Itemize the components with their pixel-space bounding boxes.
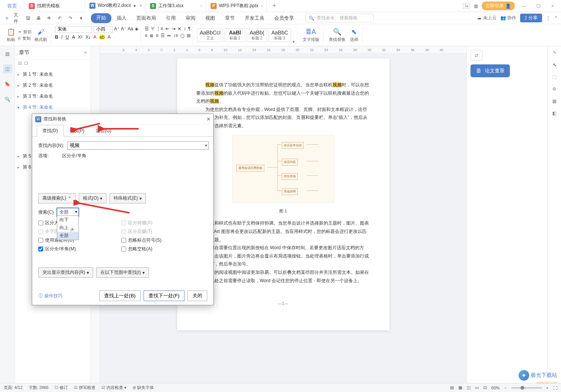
style-h2[interactable]: AaBb(标题 2 [247,28,267,42]
close-icon[interactable]: × [200,3,203,9]
nav-expand-icon[interactable]: ☑ [18,61,22,66]
check-duplicate-button[interactable]: 🗎 论文查重 [470,64,510,77]
command-search[interactable]: 🔍 查找命令、搜索模板 [305,14,373,22]
nav-item-1[interactable]: 第 1 节: 未命名 [15,69,91,80]
search-panel-icon[interactable]: 🔍 [3,95,12,104]
menu-tab-reference[interactable]: 引用 [161,13,180,23]
layout-icon-2[interactable]: ▦ [474,3,478,9]
more-panel-icon[interactable]: ◧ [552,111,556,116]
align-center-icon[interactable]: ≣ [150,33,153,38]
view-print-icon[interactable]: ▤ [450,385,454,390]
zoom-value[interactable]: 80% [491,386,500,390]
paragraph[interactable]: 在新的阅读视图中阅读更加容易。可以折叠文档某些部分并关注所需文本。如果在达到结尾… [196,269,370,285]
underline-button[interactable]: U [66,34,69,40]
nav-item-2[interactable]: 第 2 节: 未命名 [15,80,91,91]
numbering-icon[interactable]: ⅟ [151,26,154,31]
style-normal[interactable]: AaBbCcI正文 [197,28,223,42]
share-button[interactable]: ⤴ 分享 [520,14,542,22]
doc-tab-ppt[interactable]: P WPS PPT教程.pptx × [206,0,267,12]
text-tools-icon[interactable]: ✕ [178,26,181,31]
decrease-indent-icon[interactable]: ⇤ [166,26,169,31]
qat-dropdown-icon[interactable]: ▾ [77,14,85,22]
menu-tab-start[interactable]: 开始 [91,13,111,23]
style-h3[interactable]: AaBbC标题 3 [269,28,291,42]
paste-button[interactable]: 📋粘贴 [5,28,17,42]
edit-icon[interactable]: ✎ [553,50,556,55]
close-icon[interactable]: × [139,3,142,8]
save-icon[interactable]: 🖫 [24,14,32,22]
check-ignore-space[interactable]: 忽略空格(A) [121,246,161,252]
page-indicator[interactable]: 页面: 4/12 [4,385,23,390]
tab-find[interactable]: 查找(D) [37,125,64,137]
copy-button[interactable]: ⎘复制 [18,36,31,41]
justify-icon[interactable]: ☰ [161,33,165,38]
fullscreen-icon[interactable]: ⛶ [553,386,557,390]
template-icon[interactable]: ▦ [552,98,556,104]
clear-format-icon[interactable]: ◈ [135,26,138,33]
revise-toggle[interactable]: ☐ 修订 [55,385,68,390]
highlight-button[interactable]: ab [100,34,105,40]
maximize-button[interactable]: ☐ [533,1,544,11]
find-in-range-button[interactable]: 在以下范围中查找(I) ▾ [96,267,149,278]
select-tool-icon[interactable]: ⬚ [552,74,556,80]
shading-icon[interactable]: ▢ [180,33,184,38]
spell-check-toggle[interactable]: ☑ 拼写检查 [74,385,95,390]
zoom-fit-icon[interactable]: ⊡ [483,385,487,390]
line-spacing-icon[interactable]: ↕≡ [173,33,178,38]
menu-icon[interactable]: ≡ [3,14,11,22]
figure-caption[interactable]: 图 1 [196,208,370,215]
align-left-icon[interactable]: ≡ [145,33,147,38]
cursor-mode-icon[interactable]: ⬉ [553,62,556,67]
dialog-close-icon[interactable]: × [207,116,210,123]
format-painter-button[interactable]: 🖌格式刷 [33,28,48,42]
undo-icon[interactable]: ↶ [56,14,64,22]
redo-icon[interactable]: ↷ [67,14,74,22]
nav-item-3[interactable]: 第 3 节: 未命名 [15,91,91,102]
distribute-icon[interactable]: ⇔ [167,33,171,38]
doc-tab-template[interactable]: D 找稻壳模板 [24,0,85,12]
find-replace-button[interactable]: 🔍查找替换 [327,28,347,42]
styles-more-icon[interactable]: ▾ [292,39,295,44]
subscript-button[interactable]: X₂ [86,34,91,40]
home-tab[interactable]: 首页 [0,0,24,12]
cloud-status[interactable]: ☁ 未上云 [477,15,496,21]
check-fullhalf[interactable]: 区分全/半角(M) [38,246,76,252]
section-icon[interactable]: ◫ [3,64,12,73]
select-button[interactable]: ⬉选择 [348,28,360,42]
menu-tab-member[interactable]: 会员专享 [270,13,298,23]
word-count[interactable]: 字数: 2866 [29,385,49,390]
font-size-select[interactable] [94,26,113,33]
preview-icon[interactable]: 👁 [45,14,53,22]
menu-tab-view[interactable]: 视图 [201,13,220,23]
paragraph[interactable]: 使用在需要位置出现的新按钮在 Word 中保存时间。若要更改图片适应文档的方式，… [196,244,370,269]
change-case-icon[interactable]: Aa [128,26,133,33]
font-color-button[interactable]: A [94,34,97,40]
align-right-icon[interactable]: ≡ [156,33,158,38]
view-outline-icon[interactable]: ◫ [467,385,470,390]
paragraph[interactable]: 主题和样式也有助于文档保持协调。当您单击设计并选择新的主题时，图片、图表或 Sm… [196,219,370,244]
close-dialog-button[interactable]: 关闭 [188,290,207,301]
zoom-in-button[interactable]: + [546,386,548,390]
menu-tab-review[interactable]: 审阅 [181,13,200,23]
add-tab-button[interactable]: + [267,2,282,10]
font-name-select[interactable] [55,26,92,33]
ab-toggle[interactable]: ⇄ [470,50,483,61]
paragraph[interactable]: 视频提供了功能强大的方法帮助您证明您的观点。当您单击联机视频时，可以在想要添加的… [196,81,370,106]
tips-link[interactable]: ⓘ操作技巧 [38,293,63,299]
menu-more-icon[interactable]: ⋮ [546,16,550,21]
minimize-button[interactable]: — [519,1,529,11]
nav-collapse-icon[interactable]: ☐ [24,61,28,66]
dialog-titlebar[interactable]: W 查找和替换 × [32,114,213,125]
strike-button[interactable]: A̵ [72,34,75,40]
check-ignore-punct[interactable]: 忽略标点符号(S) [121,237,161,244]
superscript-button[interactable]: X² [78,34,83,40]
outline-icon[interactable]: ▤ [3,49,12,58]
style-h1[interactable]: AaBl标题 1 [225,28,245,42]
zoom-slider[interactable] [511,387,542,389]
find-prev-button[interactable]: 查找上一处(B) [99,290,141,301]
figure-diagram[interactable]: 通用会议纪要模板 会议基本信息 会议内容 待办事项 其他说明 [232,135,334,203]
text-layout-button[interactable]: ≣A文字排版 [301,28,321,42]
paragraph[interactable]: 为使您的文档具有专业外观，Word 提供了页眉、页脚、封面和文本框设计，这些设计… [196,106,370,130]
paragraph-mark-icon[interactable]: ¶ [188,26,191,31]
borders-icon[interactable]: ⊞ [187,33,191,38]
